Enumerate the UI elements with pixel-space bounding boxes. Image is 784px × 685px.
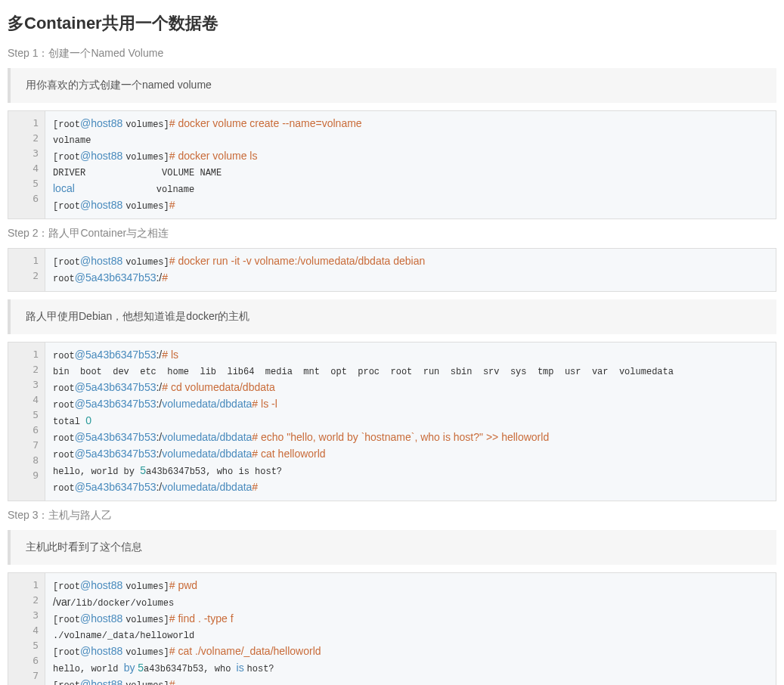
t: # cd volumedata/dbdata (162, 381, 274, 393)
t: @host88 (80, 678, 126, 685)
t: @5a43b6347b53 (75, 271, 156, 284)
t: dbdata (220, 481, 253, 493)
t: volumes] (126, 615, 169, 625)
t: by (124, 662, 138, 674)
t: 5 (140, 464, 146, 476)
t: [root (53, 257, 80, 268)
step2-label: Step 2：路人甲Container与之相连 (8, 227, 776, 240)
t: @host88 (80, 150, 126, 162)
t: ./volname/_data/helloworld (53, 631, 194, 641)
gutter: 123456 (8, 111, 45, 219)
t: volumes] (126, 152, 169, 163)
code-block-2b: 123456789 root@5a43b6347b53:/# ls bin bo… (8, 342, 776, 501)
t: # (169, 199, 175, 211)
t: a43b6347b53, who is host? (146, 466, 282, 477)
t: volname (53, 135, 91, 146)
code: [root@host88 volumes]# docker volume cre… (45, 111, 776, 219)
t: volumes] (126, 581, 169, 592)
t: volumedata/ (162, 448, 219, 460)
step1-label: Step 1：创建一个Named Volume (8, 47, 776, 60)
code: [root@host88 volumes]# docker run -it -v… (45, 249, 776, 291)
t: @host88 (80, 579, 126, 591)
t: @5a43b6347b53 (75, 398, 156, 410)
t: [root (53, 201, 80, 212)
t: root (53, 433, 75, 444)
t: total (53, 417, 85, 427)
t: is (237, 662, 247, 674)
t: # cat ./volname/_data/helloworld (169, 645, 321, 657)
code-block-1: 123456 [root@host88 volumes]# docker vol… (8, 110, 776, 219)
code-block-2a: 12 [root@host88 volumes]# docker run -it… (8, 248, 776, 292)
t: [root (53, 152, 80, 163)
t: hello, world by (53, 466, 140, 477)
t: /var (53, 596, 70, 608)
t: # (169, 678, 175, 685)
t: 5 (138, 662, 144, 674)
t: @5a43b6347b53 (75, 431, 156, 443)
t: root (53, 351, 75, 361)
t: volumes] (126, 647, 169, 658)
gutter: 123456789 (8, 342, 45, 501)
t: volumes] (126, 680, 169, 685)
t: root (53, 450, 75, 460)
t: volname (75, 184, 194, 195)
t: # find . -type f (169, 612, 234, 625)
gutter: 12 (8, 249, 45, 291)
t: volumes] (126, 201, 169, 212)
code-block-3: 1234567 [root@host88 volumes]# pwd /var/… (8, 572, 776, 685)
t: # (252, 481, 258, 493)
t: volumedata/ (162, 481, 219, 493)
t: host? (247, 664, 274, 674)
t: # cat helloworld (252, 448, 325, 460)
t: root (53, 383, 75, 394)
step3-label: Step 3：主机与路人乙 (8, 509, 776, 522)
t: volumes] (126, 257, 169, 268)
t: # docker volume ls (169, 150, 258, 162)
t: @host88 (80, 255, 126, 267)
t: [root (53, 615, 80, 625)
code: root@5a43b6347b53:/# ls bin boot dev etc… (45, 342, 776, 501)
t: # ls -l (252, 398, 277, 410)
step3-quote: 主机此时看到了这个信息 (8, 530, 776, 565)
t: volumedata/ (162, 431, 219, 443)
t: a43b6347b53, who (144, 664, 236, 674)
t: root (53, 274, 75, 284)
t: # ls (162, 349, 178, 361)
t: # docker volume create --name=volname (169, 117, 362, 129)
t: [root (53, 119, 80, 130)
step2-quote: 路人甲使用Debian，他想知道谁是docker的主机 (8, 299, 776, 334)
t: # docker run -it -v volname:/volumedata/… (169, 255, 426, 267)
t: @5a43b6347b53 (75, 381, 156, 393)
t: dbdata (220, 398, 253, 410)
t: 0 (85, 414, 91, 426)
t: bin boot dev etc home lib lib64 media mn… (53, 367, 674, 377)
t: # echo "hello, world by `hostname`, who … (252, 431, 549, 443)
t: DRIVER VOLUME NAME (53, 168, 222, 178)
t: @5a43b6347b53 (75, 448, 156, 460)
t: root (53, 400, 75, 411)
t: @host88 (80, 199, 126, 211)
step1-quote: 用你喜欢的方式创建一个named volume (8, 68, 776, 103)
t: @host88 (80, 612, 126, 625)
t: [root (53, 680, 80, 685)
t: [root (53, 647, 80, 658)
t: [root (53, 581, 80, 592)
t: @5a43b6347b53 (75, 481, 156, 493)
t: dbdata (220, 448, 253, 460)
t: local (53, 182, 75, 194)
t: hello, world (53, 664, 124, 674)
t: root (53, 483, 75, 494)
code: [root@host88 volumes]# pwd /var/lib/dock… (45, 573, 776, 685)
t: volumes] (126, 119, 169, 130)
t: /lib/docker/volumes (70, 598, 174, 609)
t: # pwd (169, 579, 197, 591)
page-title: 多Container共用一个数据卷 (8, 12, 776, 35)
t: # (162, 271, 168, 284)
gutter: 1234567 (8, 573, 45, 685)
t: @host88 (80, 645, 126, 657)
t: dbdata (220, 431, 253, 443)
t: @5a43b6347b53 (75, 349, 156, 361)
t: @host88 (80, 117, 126, 129)
t: volumedata/ (162, 398, 219, 410)
